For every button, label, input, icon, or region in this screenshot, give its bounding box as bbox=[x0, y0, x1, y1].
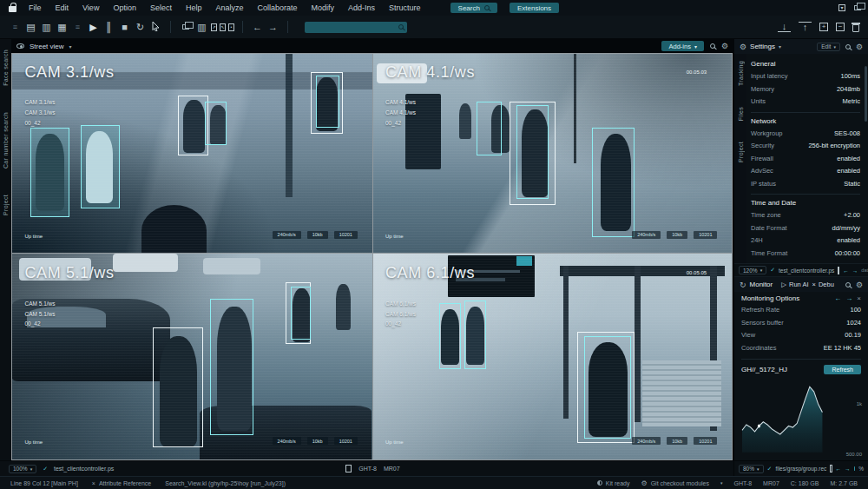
monitor-chart: 1k 500.00 bbox=[740, 377, 862, 459]
play-icon[interactable]: ▶ bbox=[87, 23, 100, 32]
export-page-icon[interactable]: ↗ bbox=[211, 23, 217, 31]
close-icon[interactable]: × bbox=[857, 294, 861, 302]
refresh-button[interactable]: Refresh bbox=[824, 365, 861, 374]
stop-icon[interactable]: ■ bbox=[118, 23, 131, 32]
search-icon[interactable] bbox=[710, 43, 715, 49]
setting-row: WorkgroupSES-008 bbox=[751, 128, 860, 141]
duplicate-window-icon[interactable] bbox=[182, 24, 189, 30]
git-status-label[interactable]: Git checkout modules bbox=[651, 480, 709, 486]
cam-6-feed[interactable]: CAM 6.1/ws CAM 6.1/ws CAM 6.1/ws 00_42 0… bbox=[372, 253, 733, 459]
gear-icon[interactable]: ⚙ bbox=[721, 42, 728, 50]
forward-icon[interactable]: → bbox=[266, 23, 279, 32]
chart-header: GH//_5172_HJ Refresh bbox=[734, 362, 868, 377]
menu-option[interactable]: Option bbox=[106, 3, 143, 12]
scrollbar[interactable] bbox=[865, 66, 867, 122]
upload-icon[interactable]: ↑ bbox=[799, 22, 812, 32]
snap-tool-icon[interactable]: ▥ bbox=[40, 23, 53, 32]
zoom-dropdown[interactable]: 120%▾ bbox=[739, 266, 766, 274]
cam-3-feed[interactable]: CAM 3.1/ws CAM 3.1/ws CAM 3.1/ws 00_42 U… bbox=[12, 54, 372, 253]
menu-view[interactable]: View bbox=[76, 3, 106, 12]
file-icon[interactable] bbox=[345, 465, 352, 472]
person-silhouette bbox=[336, 284, 351, 329]
list-icon[interactable]: ≡ bbox=[71, 23, 84, 31]
attribute-reference-label[interactable]: Attribute Reference bbox=[99, 480, 151, 486]
search-icon[interactable] bbox=[845, 282, 851, 287]
cam-3-title: CAM 3.1/ws bbox=[25, 63, 115, 82]
next-icon[interactable]: → bbox=[852, 268, 858, 274]
sync-icon[interactable]: ↻ bbox=[134, 23, 147, 32]
zoom-dropdown[interactable]: 80%▾ bbox=[739, 465, 764, 473]
file-icon[interactable] bbox=[838, 267, 839, 274]
prev-icon[interactable]: ← bbox=[834, 294, 841, 302]
toolbar-search-input[interactable] bbox=[305, 22, 407, 33]
menu-structure[interactable]: Structure bbox=[382, 3, 428, 12]
next-icon[interactable]: → bbox=[845, 466, 851, 472]
monitor-label: View bbox=[741, 329, 755, 342]
menubar-search-box[interactable]: Search bbox=[450, 3, 497, 13]
chevron-down-icon[interactable]: ▾ bbox=[720, 480, 723, 486]
extensions-button[interactable]: Extensions bbox=[510, 3, 559, 13]
active-file-label[interactable]: test_clientcontroller.ps bbox=[54, 466, 114, 472]
search-icon[interactable] bbox=[845, 44, 851, 50]
cam-5-uptime: Up time bbox=[25, 439, 43, 445]
new-page-icon[interactable]: • bbox=[228, 23, 234, 31]
cam-4-badges: 240mb/s 10kb 10201 bbox=[632, 231, 717, 239]
panels-icon[interactable]: ▥ bbox=[195, 23, 208, 32]
add-icon[interactable]: + bbox=[819, 23, 828, 31]
setting-label: Security bbox=[751, 140, 774, 153]
cam-5-sub2: CAM 5.1/ws bbox=[25, 309, 56, 320]
remove-icon[interactable]: − bbox=[836, 23, 845, 31]
tab-street-view[interactable]: Street view bbox=[30, 43, 64, 50]
gear-icon[interactable]: ⚙ bbox=[856, 43, 863, 51]
widget-icon[interactable]: ▾ bbox=[838, 4, 845, 11]
windows-icon[interactable] bbox=[854, 5, 861, 10]
detection-box bbox=[178, 96, 208, 155]
close-icon[interactable]: × bbox=[92, 480, 95, 486]
sidebar-item-car-number-search[interactable]: Car number search bbox=[3, 112, 9, 169]
cursor-icon[interactable] bbox=[149, 22, 162, 33]
chevron-down-icon[interactable]: ▾ bbox=[779, 43, 781, 50]
settings-content: General Input latency100ms Memory2048mb … bbox=[746, 54, 868, 263]
cam-6-title: CAM 6.1/ws bbox=[385, 264, 475, 282]
gear-icon[interactable]: ⚙ bbox=[856, 281, 863, 289]
trash-icon[interactable] bbox=[852, 24, 859, 32]
sidebar-item-project[interactable]: Project bbox=[3, 195, 9, 215]
tab-files[interactable]: Files bbox=[738, 107, 744, 121]
addins-button[interactable]: Add-ins ▾ bbox=[661, 41, 703, 51]
record-file-label[interactable]: files/grasp/group.rec bbox=[775, 466, 826, 472]
menu-addins[interactable]: Add-Ins bbox=[341, 3, 382, 12]
import-page-icon[interactable]: ↖ bbox=[220, 23, 226, 31]
pause-icon[interactable]: ║ bbox=[102, 23, 115, 32]
edit-dropdown[interactable]: Edit ▾ bbox=[817, 43, 840, 51]
file-icon[interactable] bbox=[830, 465, 832, 472]
cam-5-feed[interactable]: CAM 5.1/ws CAM 5.1/ws CAM 5.1/ws 00_42 U… bbox=[12, 253, 372, 459]
active-file-label[interactable]: test_clientcontroller.ps bbox=[779, 268, 834, 274]
monitor-row: CoordinatesEE 12 HK 45 bbox=[741, 342, 861, 355]
sidebar-item-face-search[interactable]: Face search bbox=[3, 50, 9, 86]
menu-collaborate[interactable]: Collaborate bbox=[250, 3, 304, 12]
prev-icon[interactable]: ← bbox=[843, 268, 849, 274]
menu-analyze[interactable]: Analyze bbox=[208, 3, 250, 12]
download-icon[interactable]: ↓ bbox=[778, 22, 791, 32]
menu-file[interactable]: File bbox=[22, 3, 49, 12]
menu-help[interactable]: Help bbox=[179, 3, 209, 12]
menu-select[interactable]: Select bbox=[143, 3, 179, 12]
bitrate-badge: 240mb/s bbox=[632, 231, 661, 239]
run-ai-button[interactable]: ▷ Run AI bbox=[781, 281, 808, 288]
menu-edit[interactable]: Edit bbox=[49, 3, 76, 12]
layers-tool-icon[interactable]: ▤ bbox=[24, 23, 37, 32]
foreground-head bbox=[141, 205, 207, 253]
tab-tracking[interactable]: Tracking bbox=[738, 61, 744, 86]
toolbar: ≡ ▤ ▥ ▦ ≡ ▶ ║ ■ ↻ ▥ ↗ ↖ • ← → ↓ ↑ + − bbox=[0, 16, 868, 39]
chevron-down-icon[interactable]: ▾ bbox=[69, 43, 72, 50]
menu-modify[interactable]: Modify bbox=[305, 3, 342, 12]
zoom-dropdown[interactable]: 100%▾ bbox=[9, 465, 36, 473]
debug-button[interactable]: × Debu bbox=[812, 281, 834, 288]
back-icon[interactable]: ← bbox=[251, 23, 264, 32]
prev-icon[interactable]: ← bbox=[836, 466, 842, 472]
save-icon[interactable]: ▦ bbox=[56, 23, 69, 32]
cam-4-feed[interactable]: CAM 4.1/ws CAM 4.1/ws CAM 4.1/ws 00_42 0… bbox=[372, 54, 733, 253]
setting-row: AdvSecenabled bbox=[751, 165, 860, 178]
tab-project[interactable]: Project bbox=[738, 142, 744, 162]
next-icon[interactable]: → bbox=[845, 294, 852, 302]
